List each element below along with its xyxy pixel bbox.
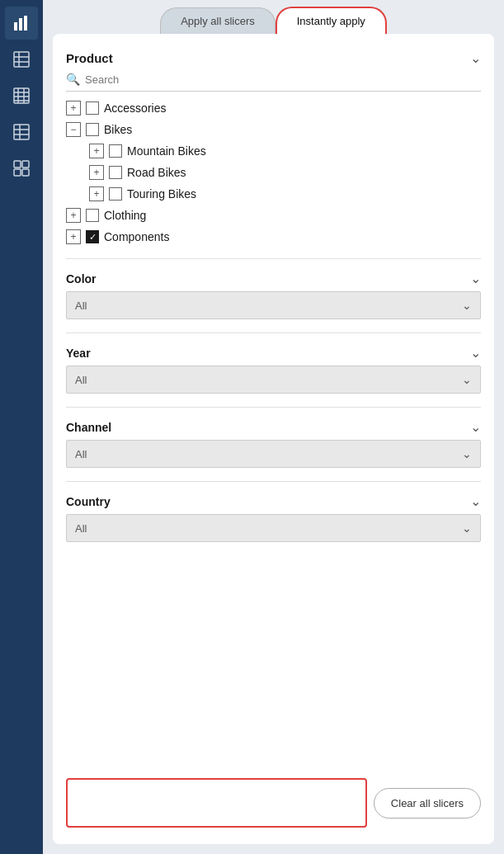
svg-rect-2 bbox=[24, 16, 27, 31]
sidebar-item-bar-chart[interactable] bbox=[5, 7, 38, 40]
product-chevron-icon: ⌄ bbox=[470, 50, 481, 66]
country-dropdown[interactable]: All ⌄ bbox=[66, 514, 481, 542]
sidebar-item-matrix2[interactable] bbox=[5, 152, 38, 185]
main-content: Apply all slicers Instantly apply Produc… bbox=[43, 0, 504, 854]
channel-chevron-icon: ⌄ bbox=[470, 419, 481, 435]
color-dropdown-arrow-icon: ⌄ bbox=[462, 299, 472, 312]
tab-apply-all[interactable]: Apply all slicers bbox=[160, 7, 276, 34]
table2-icon bbox=[12, 123, 31, 141]
country-slicer-label: Country bbox=[66, 495, 111, 508]
divider-4 bbox=[66, 481, 481, 482]
checkbox-road-bikes[interactable] bbox=[109, 166, 122, 179]
country-slicer-header[interactable]: Country ⌄ bbox=[66, 487, 481, 514]
checkbox-accessories[interactable] bbox=[86, 101, 99, 115]
year-chevron-icon: ⌄ bbox=[470, 345, 481, 361]
divider-1 bbox=[66, 258, 481, 259]
label-accessories: Accessories bbox=[104, 101, 166, 115]
svg-rect-17 bbox=[14, 161, 21, 167]
label-components: Components bbox=[104, 230, 169, 243]
clear-all-slicers-button[interactable]: Clear all slicers bbox=[374, 788, 481, 819]
year-dropdown-value: All bbox=[75, 374, 87, 386]
color-slicer-label: Color bbox=[66, 272, 97, 285]
tab-instantly-apply[interactable]: Instantly apply bbox=[276, 7, 387, 34]
tree-item-touring-bikes[interactable]: + Touring Bikes bbox=[66, 184, 481, 204]
sidebar-item-table[interactable] bbox=[5, 43, 38, 76]
svg-rect-0 bbox=[14, 22, 17, 31]
color-chevron-icon: ⌄ bbox=[470, 271, 481, 286]
svg-rect-19 bbox=[14, 169, 21, 176]
divider-2 bbox=[66, 333, 481, 333]
tree-item-accessories[interactable]: + Accessories bbox=[66, 98, 481, 118]
year-dropdown[interactable]: All ⌄ bbox=[66, 366, 481, 394]
divider-3 bbox=[66, 407, 481, 408]
table-icon bbox=[12, 50, 31, 68]
tree-item-road-bikes[interactable]: + Road Bikes bbox=[66, 163, 481, 182]
color-dropdown[interactable]: All ⌄ bbox=[66, 291, 481, 319]
tree-item-components[interactable]: + Components bbox=[66, 227, 481, 247]
year-slicer-header[interactable]: Year ⌄ bbox=[66, 338, 481, 366]
sidebar-item-table2[interactable] bbox=[5, 116, 38, 149]
tree-item-mountain-bikes[interactable]: + Mountain Bikes bbox=[66, 141, 481, 161]
matrix-icon bbox=[12, 87, 31, 105]
expand-mountain-bikes[interactable]: + bbox=[89, 144, 104, 158]
checkbox-touring-bikes[interactable] bbox=[109, 187, 122, 201]
color-slicer-section: Color ⌄ All ⌄ bbox=[66, 264, 481, 323]
channel-slicer-label: Channel bbox=[66, 421, 111, 434]
empty-button-slot[interactable] bbox=[66, 778, 367, 828]
checkbox-bikes[interactable] bbox=[86, 123, 99, 136]
label-mountain-bikes: Mountain Bikes bbox=[127, 144, 206, 158]
sidebar bbox=[0, 0, 43, 854]
bar-chart-icon bbox=[12, 14, 31, 32]
product-search-box: 🔍 bbox=[66, 73, 481, 92]
label-bikes: Bikes bbox=[104, 123, 132, 136]
tree-item-clothing[interactable]: + Clothing bbox=[66, 205, 481, 225]
color-dropdown-value: All bbox=[75, 300, 87, 312]
expand-bikes[interactable]: − bbox=[66, 122, 81, 137]
channel-dropdown[interactable]: All ⌄ bbox=[66, 440, 481, 468]
year-slicer-label: Year bbox=[66, 347, 91, 360]
bottom-bar: Clear all slicers bbox=[66, 768, 481, 831]
main-panel: Product ⌄ 🔍 + Accessories − Bikes bbox=[53, 34, 494, 844]
label-clothing: Clothing bbox=[104, 209, 146, 222]
checkbox-components[interactable] bbox=[86, 230, 99, 243]
channel-dropdown-arrow-icon: ⌄ bbox=[462, 447, 472, 460]
country-dropdown-value: All bbox=[75, 522, 87, 535]
year-dropdown-arrow-icon: ⌄ bbox=[462, 373, 472, 386]
checkbox-mountain-bikes[interactable] bbox=[109, 144, 122, 158]
expand-touring-bikes[interactable]: + bbox=[89, 186, 104, 201]
color-slicer-header[interactable]: Color ⌄ bbox=[66, 264, 481, 291]
svg-rect-13 bbox=[14, 125, 29, 139]
channel-slicer-section: Channel ⌄ All ⌄ bbox=[66, 413, 481, 471]
country-dropdown-arrow-icon: ⌄ bbox=[462, 521, 472, 535]
checkbox-clothing[interactable] bbox=[86, 209, 99, 222]
search-icon: 🔍 bbox=[66, 73, 80, 86]
expand-accessories[interactable]: + bbox=[66, 101, 81, 116]
label-road-bikes: Road Bikes bbox=[127, 166, 186, 179]
year-slicer-section: Year ⌄ All ⌄ bbox=[66, 338, 481, 397]
sidebar-item-matrix[interactable] bbox=[5, 79, 38, 112]
svg-rect-18 bbox=[22, 161, 29, 167]
svg-rect-3 bbox=[14, 52, 29, 67]
country-chevron-icon: ⌄ bbox=[470, 493, 481, 509]
country-slicer-section: Country ⌄ All ⌄ bbox=[66, 487, 481, 545]
expand-components[interactable]: + bbox=[66, 229, 81, 244]
channel-dropdown-value: All bbox=[75, 448, 87, 460]
tree-item-bikes[interactable]: − Bikes bbox=[66, 120, 481, 139]
expand-road-bikes[interactable]: + bbox=[89, 165, 104, 180]
expand-clothing[interactable]: + bbox=[66, 208, 81, 223]
product-search-input[interactable] bbox=[85, 73, 481, 86]
tab-bar: Apply all slicers Instantly apply bbox=[43, 0, 504, 34]
svg-rect-20 bbox=[22, 169, 29, 176]
product-title: Product bbox=[66, 51, 113, 65]
product-section-header[interactable]: Product ⌄ bbox=[66, 47, 481, 73]
product-tree-list: + Accessories − Bikes + Mountain Bikes +… bbox=[66, 98, 481, 253]
channel-slicer-header[interactable]: Channel ⌄ bbox=[66, 413, 481, 440]
svg-rect-1 bbox=[19, 18, 22, 31]
label-touring-bikes: Touring Bikes bbox=[127, 187, 196, 201]
matrix2-icon bbox=[12, 159, 31, 177]
